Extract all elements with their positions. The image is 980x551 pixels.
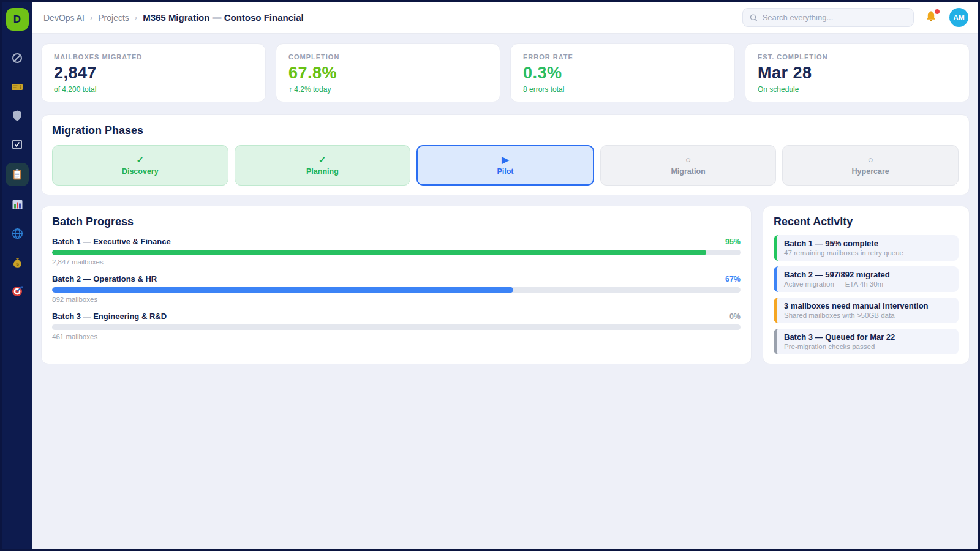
batch-progress-panel: Batch Progress Batch 1 — Executive & Fin…: [41, 206, 752, 364]
bottom-row: Batch Progress Batch 1 — Executive & Fin…: [41, 206, 970, 364]
batch-percent: 0%: [729, 312, 741, 321]
batch-mailbox-count: 2,847 mailboxes: [52, 258, 741, 266]
stat-subtext: On schedule: [758, 85, 957, 94]
phase-migration[interactable]: ○ Migration: [600, 145, 777, 186]
activity-subtitle: 47 remaining mailboxes in retry queue: [784, 249, 951, 257]
stat-value: 2,847: [54, 64, 253, 83]
migration-phases-title: Migration Phases: [52, 124, 959, 137]
svg-text:$: $: [16, 261, 19, 266]
search-icon: [749, 13, 758, 23]
breadcrumb: DevOps AI › Projects › M365 Migration — …: [43, 12, 304, 23]
batch-label: Batch 3 — Engineering & R&D: [52, 312, 167, 321]
progress-bar-fill: [52, 287, 513, 293]
batch-percent: 95%: [725, 238, 741, 246]
sidebar-nav: $: [6, 48, 29, 301]
phase-stepper: ✓ Discovery ✓ Planning ▶ Pilot ○ Migrati…: [52, 145, 959, 186]
stat-label: EST. COMPLETION: [758, 53, 957, 61]
stat-label: MAILBOXES MIGRATED: [54, 53, 253, 61]
notifications-button[interactable]: [924, 10, 940, 26]
check-icon: ✓: [318, 155, 326, 164]
activity-item-batch2: Batch 2 — 597/892 migrated Active migrat…: [774, 266, 959, 292]
recent-activity-title: Recent Activity: [774, 216, 959, 228]
batch-row-1: Batch 1 — Executive & Finance 95% 2,847 …: [52, 237, 741, 266]
target-icon: [11, 285, 24, 298]
progress-bar-fill: [52, 250, 706, 255]
activity-title: Batch 3 — Queued for Mar 22: [784, 332, 951, 342]
search-box[interactable]: [742, 8, 914, 27]
activity-item-batch1: Batch 1 — 95% complete 47 remaining mail…: [774, 235, 959, 261]
activity-title: 3 mailboxes need manual intervention: [784, 301, 951, 310]
stat-value: Mar 28: [758, 64, 957, 83]
sidebar-item-tasks[interactable]: [7, 134, 28, 155]
phase-label: Planning: [306, 167, 339, 176]
phase-label: Discovery: [122, 167, 159, 176]
sidebar-item-blocked[interactable]: [7, 48, 28, 69]
sidebar-item-network[interactable]: [7, 223, 28, 244]
batch-mailbox-count: 461 mailboxes: [52, 333, 741, 340]
stat-card-est-completion: EST. COMPLETION Mar 28 On schedule: [745, 43, 970, 102]
activity-item-batch3-queued: Batch 3 — Queued for Mar 22 Pre-migratio…: [774, 329, 959, 354]
stat-subtext: of 4,200 total: [54, 85, 253, 94]
sidebar-item-goals[interactable]: [7, 280, 28, 301]
ticket-icon: [10, 80, 24, 94]
sidebar-item-project-board[interactable]: [6, 163, 29, 186]
breadcrumb-separator: ›: [90, 13, 92, 22]
breadcrumb-separator: ›: [135, 13, 137, 22]
batch-label: Batch 1 — Executive & Finance: [52, 237, 171, 246]
topbar: DevOps AI › Projects › M365 Migration — …: [32, 2, 978, 34]
stat-value: 0.3%: [523, 64, 722, 83]
search-input[interactable]: [763, 13, 907, 22]
batch-label: Batch 2 — Operations & HR: [52, 274, 157, 283]
sidebar-item-security[interactable]: [7, 105, 28, 126]
activity-item-manual-intervention: 3 mailboxes need manual intervention Sha…: [774, 298, 959, 323]
stat-label: COMPLETION: [288, 53, 488, 61]
stat-label: ERROR RATE: [523, 53, 722, 61]
progress-bar: [52, 250, 741, 255]
phase-pilot[interactable]: ▶ Pilot: [417, 145, 594, 186]
play-icon: ▶: [502, 155, 509, 164]
activity-title: Batch 2 — 597/892 migrated: [784, 270, 951, 279]
bar-chart-icon: [11, 198, 24, 211]
stat-subtext: 8 errors total: [523, 85, 722, 94]
stats-row: MAILBOXES MIGRATED 2,847 of 4,200 total …: [41, 43, 970, 102]
batch-row-3: Batch 3 — Engineering & R&D 0% 461 mailb…: [52, 312, 741, 340]
breadcrumb-projects[interactable]: Projects: [98, 13, 129, 23]
stat-card-mailboxes-migrated: MAILBOXES MIGRATED 2,847 of 4,200 total: [41, 43, 266, 102]
circle-icon: ○: [868, 155, 873, 164]
money-bag-icon: $: [11, 256, 24, 269]
phase-planning[interactable]: ✓ Planning: [235, 145, 411, 186]
phase-label: Pilot: [497, 167, 513, 176]
sidebar-item-tickets[interactable]: [7, 77, 28, 97]
activity-title: Batch 1 — 95% complete: [784, 239, 951, 248]
phase-label: Migration: [671, 167, 705, 176]
stat-card-error-rate: ERROR RATE 0.3% 8 errors total: [510, 43, 735, 102]
activity-subtitle: Active migration — ETA 4h 30m: [784, 280, 951, 288]
migration-phases-panel: Migration Phases ✓ Discovery ✓ Planning …: [41, 114, 970, 195]
batch-percent: 67%: [725, 275, 741, 283]
batch-progress-title: Batch Progress: [52, 216, 741, 228]
recent-activity-panel: Recent Activity Batch 1 — 95% complete 4…: [763, 206, 970, 364]
app-logo[interactable]: D: [6, 8, 29, 31]
activity-subtitle: Shared mailboxes with >50GB data: [784, 312, 951, 319]
stat-card-completion: COMPLETION 67.8% ↑ 4.2% today: [276, 43, 500, 102]
breadcrumb-devops-ai[interactable]: DevOps AI: [43, 13, 85, 23]
stat-value: 67.8%: [288, 64, 488, 83]
phase-discovery[interactable]: ✓ Discovery: [52, 145, 228, 186]
sidebar-item-budget[interactable]: $: [7, 252, 28, 272]
main-area: DevOps AI › Projects › M365 Migration — …: [32, 2, 978, 549]
phase-label: Hypercare: [852, 167, 889, 176]
breadcrumb-current-page: M365 Migration — Contoso Financial: [143, 12, 304, 23]
stat-subtext: ↑ 4.2% today: [288, 85, 488, 94]
batch-mailbox-count: 892 mailboxes: [52, 296, 741, 303]
sidebar-item-analytics[interactable]: [7, 194, 28, 215]
shield-icon: [11, 110, 23, 122]
phase-hypercare[interactable]: ○ Hypercare: [782, 145, 959, 186]
activity-subtitle: Pre-migration checks passed: [784, 343, 951, 350]
notification-badge: [935, 9, 940, 14]
batch-row-2: Batch 2 — Operations & HR 67% 892 mailbo…: [52, 274, 741, 303]
avatar[interactable]: AM: [949, 8, 968, 27]
prohibited-icon: [11, 52, 23, 64]
globe-icon: [11, 227, 24, 240]
progress-bar: [52, 324, 741, 330]
dashboard-content: MAILBOXES MIGRATED 2,847 of 4,200 total …: [32, 34, 978, 374]
